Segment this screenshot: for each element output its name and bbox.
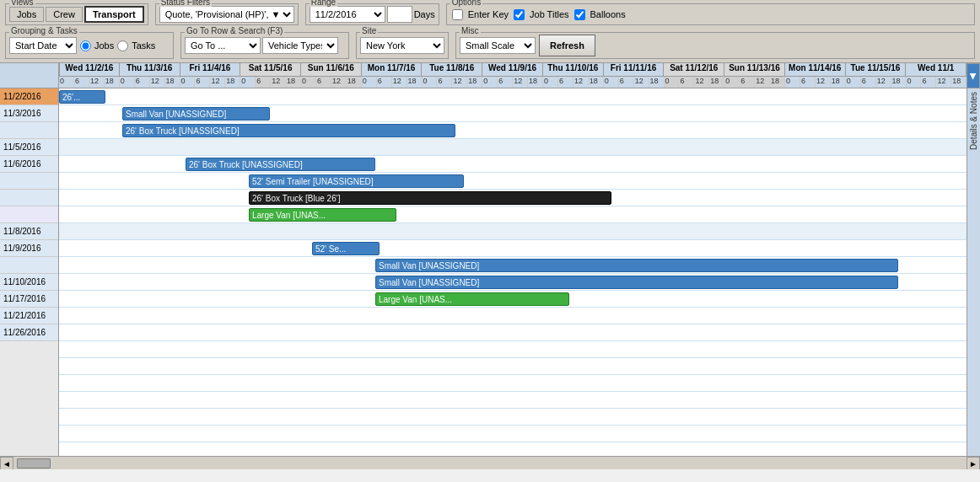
grouping-select[interactable]: Start Date [9, 37, 77, 54]
refresh-button[interactable]: Refresh [539, 35, 595, 56]
gantt-header-content: Wed 11/2/16 Thu 11/3/16 Fri 11/4/16 Sat … [59, 63, 967, 88]
date-cell-12: Mon 11/14/16 [785, 63, 846, 76]
bar-7[interactable]: Large Van [UNAS... [375, 292, 569, 306]
nav-arrow-top[interactable]: ▶ [967, 63, 980, 88]
goto-select[interactable]: Go To ... [185, 37, 261, 54]
status-filters-group: Status Filters Quote, 'Provisional (HP)'… [155, 3, 299, 25]
gantt-row-e5 [59, 426, 967, 442]
scroll-right-btn[interactable]: ► [967, 457, 980, 469]
bar-0[interactable]: 26'... [59, 90, 105, 104]
job-titles-checkbox[interactable] [514, 9, 525, 20]
side-panel[interactable]: Details & Notes [967, 88, 980, 456]
enter-key-checkbox[interactable] [452, 9, 463, 20]
enter-key-label: Enter Key [468, 9, 509, 19]
gantt-row-10 [59, 341, 967, 358]
date-cell-9: Fri 11/11/16 [604, 63, 665, 76]
transport-tab[interactable]: Transport [84, 6, 144, 23]
gantt-row-4b: 26' Box Truck [Blue 26'] [59, 190, 967, 206]
row-label-7: 11/17/2016 [0, 291, 58, 308]
gantt-row-e3 [59, 392, 967, 409]
jobs-tab[interactable]: Jobs [9, 7, 44, 22]
jobs-radio[interactable] [80, 40, 91, 51]
row-label-1: 11/3/2016 [0, 105, 58, 122]
site-group: Site New York [356, 32, 449, 59]
job-titles-label: Job Titles [530, 9, 568, 19]
tasks-radio-label: Tasks [132, 40, 155, 51]
date-cell-5: Mon 11/7/16 [362, 63, 423, 76]
gantt-row-e2 [59, 375, 967, 392]
date-cell-8: Thu 11/10/16 [543, 63, 604, 76]
goto-group: Go To Row & Search (F3) Go To ... Vehicl… [180, 32, 349, 59]
gantt-row-6b: Small Van [UNASSIGNED] [59, 274, 967, 291]
date-cell-0: Wed 11/2/16 [59, 63, 120, 76]
row-labels: 11/2/2016 11/3/2016 11/5/2016 11/6/2016 … [0, 88, 59, 456]
bottom-scrollbar[interactable]: ◄ ► [0, 456, 980, 469]
range-date-select[interactable]: 11/2/2016 [310, 6, 385, 23]
row-label-1b [0, 122, 58, 139]
date-cell-7: Wed 11/9/16 [482, 63, 543, 76]
options-label: Options [450, 0, 482, 7]
date-cell-14: Wed 11/1 [906, 63, 967, 76]
gantt-row-4a: 52' Semi Trailer [UNASSIGNED] [59, 173, 967, 190]
range-label: Range [310, 0, 337, 7]
gantt-row-6a: Small Van [UNASSIGNED] [59, 257, 967, 274]
gantt-row-e1 [59, 358, 967, 375]
gantt-row-7: Large Van [UNAS... [59, 291, 967, 308]
date-cell-11: Sun 11/13/16 [724, 63, 785, 76]
row-label-2: 11/5/2016 [0, 139, 58, 156]
vehicle-types-select[interactable]: Vehicle Types... [262, 37, 338, 54]
gantt-row-3: 26' Box Truck [UNASSIGNED] [59, 156, 967, 173]
gantt-row-4c: Large Van [UNAS... [59, 206, 967, 223]
bar-4a[interactable]: 52' Semi Trailer [UNASSIGNED] [249, 174, 464, 188]
gantt-row-0: 26'... [59, 88, 967, 105]
site-select[interactable]: New York [360, 37, 444, 54]
status-filters-select[interactable]: Quote, 'Provisional (HP)', ▼ [159, 6, 294, 23]
date-cell-13: Tue 11/15/16 [846, 63, 907, 76]
bar-5[interactable]: 52' Se... [312, 242, 380, 255]
bar-6a[interactable]: Small Van [UNASSIGNED] [375, 259, 898, 272]
radio-group: Jobs Tasks [80, 40, 155, 51]
date-header-row: Wed 11/2/16 Thu 11/3/16 Fri 11/4/16 Sat … [59, 63, 967, 77]
date-cell-4: Sun 11/6/16 [301, 63, 362, 76]
bar-4c[interactable]: Large Van [UNAS... [249, 208, 396, 222]
date-cell-1: Thu 11/3/16 [120, 63, 180, 76]
row-label-0: 11/2/2016 [0, 88, 58, 105]
row-label-6: 11/10/2016 [0, 274, 58, 291]
tasks-radio[interactable] [117, 40, 128, 51]
toolbar-row-1: Views Jobs Crew Transport Status Filters… [0, 0, 980, 29]
status-filters-label: Status Filters [159, 0, 212, 7]
gantt-row-9 [59, 324, 967, 341]
row-label-5: 11/9/2016 [0, 240, 58, 257]
gantt-row-blank1 [59, 139, 967, 156]
grouping-group: Grouping & Tasks Start Date Jobs Tasks [5, 32, 174, 59]
gantt-row-e4 [59, 409, 967, 426]
bar-3[interactable]: 26' Box Truck [UNASSIGNED] [186, 158, 375, 171]
bar-1[interactable]: Small Van [UNASSIGNED] [122, 107, 270, 121]
views-label: Views [9, 0, 35, 7]
row-label-4: 11/8/2016 [0, 223, 58, 240]
goto-label: Go To Row & Search (F3) [185, 26, 284, 35]
side-panel-label: Details & Notes [969, 88, 978, 153]
scroll-left-btn[interactable]: ◄ [0, 457, 13, 469]
toolbar: Views Jobs Crew Transport Status Filters… [0, 0, 980, 63]
bar-1b[interactable]: 26' Box Truck [UNASSIGNED] [122, 124, 455, 137]
row-label-blank1 [0, 206, 58, 223]
grouping-label: Grouping & Tasks [9, 26, 79, 35]
gantt-row-1b: 26' Box Truck [UNASSIGNED] [59, 122, 967, 139]
scroll-track[interactable] [13, 457, 967, 469]
options-group: Options Enter Key Job Titles Balloons [446, 3, 975, 25]
row-label-3c [0, 190, 58, 206]
row-label-8: 11/21/2016 [0, 308, 58, 324]
gantt-row-5: 52' Se... [59, 240, 967, 257]
crew-tab[interactable]: Crew [46, 7, 83, 22]
bar-4b[interactable]: 26' Box Truck [Blue 26'] [249, 191, 611, 205]
row-label-3b [0, 173, 58, 190]
range-days-input[interactable]: 31 [387, 6, 412, 23]
gantt-header: Wed 11/2/16 Thu 11/3/16 Fri 11/4/16 Sat … [0, 63, 980, 88]
scroll-thumb[interactable] [17, 458, 51, 469]
date-cell-10: Sat 11/12/16 [664, 63, 724, 76]
row-label-9: 11/26/2016 [0, 324, 58, 341]
balloons-checkbox[interactable] [574, 9, 585, 20]
bar-6b[interactable]: Small Van [UNASSIGNED] [375, 276, 898, 289]
scale-select[interactable]: Small Scale [460, 37, 536, 54]
